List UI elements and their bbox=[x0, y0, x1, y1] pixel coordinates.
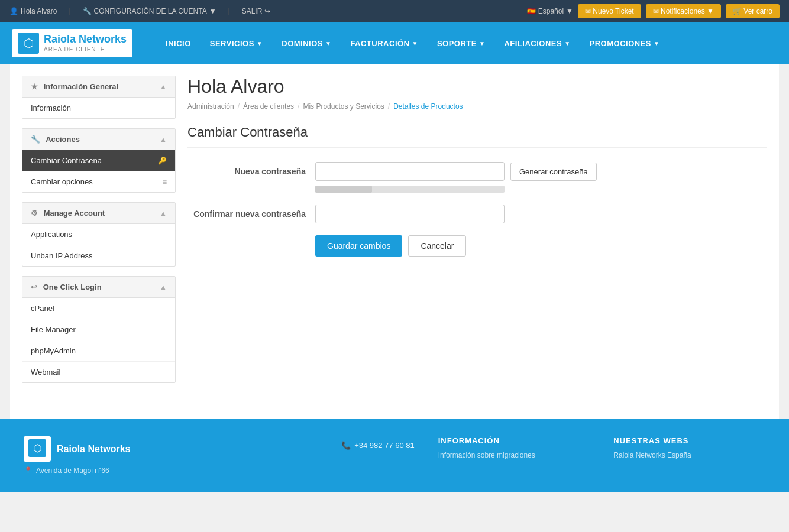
acciones-header-left: 🔧 Acciones bbox=[31, 135, 80, 144]
oneclick-chevron: ▲ bbox=[160, 283, 167, 291]
save-button[interactable]: Guardar cambios bbox=[315, 235, 402, 257]
config-link[interactable]: 🔧 CONFIGURACIÓN DE LA CUENTA ▼ bbox=[83, 7, 216, 15]
content-wrapper: ★ Información General ▲ Información 🔧 Ac… bbox=[10, 64, 779, 419]
footer-col2-title: NUESTRAS WEBS bbox=[613, 436, 765, 445]
file-manager-label: File Manager bbox=[31, 325, 76, 334]
notif-arrow: ▼ bbox=[707, 7, 714, 15]
divider1: | bbox=[69, 7, 70, 15]
footer-phone-section: 📞 +34 982 77 60 81 bbox=[341, 436, 415, 450]
footer-col2-link1[interactable]: Raiola Networks España bbox=[613, 451, 765, 459]
nav-dominios[interactable]: DOMINIOS ▼ bbox=[272, 22, 341, 64]
top-bar-left: 👤 Hola Alvaro | 🔧 CONFIGURACIÓN DE LA CU… bbox=[9, 7, 527, 15]
main-content: Hola Alvaro Administración / Área de cli… bbox=[187, 76, 767, 407]
confirm-password-input[interactable] bbox=[315, 205, 505, 223]
sidebar-item-cambiar-opciones[interactable]: Cambiar opciones ≡ bbox=[22, 171, 175, 192]
footer-logo-section: ⬡ Raiola Networks 📍 Avenida de Magoi nº6… bbox=[24, 436, 142, 475]
sidebar-item-unban-ip[interactable]: Unban IP Address bbox=[22, 245, 175, 266]
cambiar-opciones-label: Cambiar opciones bbox=[31, 177, 93, 186]
new-ticket-label: Nuevo Ticket bbox=[593, 7, 633, 15]
footer-address: 📍 Avenida de Magoi nº66 bbox=[24, 466, 142, 475]
nav-promociones[interactable]: PROMOCIONES ▼ bbox=[580, 22, 670, 64]
notifications-button[interactable]: ✉ Notificaciones ▼ bbox=[646, 4, 721, 18]
footer: ⬡ Raiola Networks 📍 Avenida de Magoi nº6… bbox=[0, 419, 789, 492]
sidebar-section-manage-header[interactable]: ⚙ Manage Account ▲ bbox=[22, 203, 175, 224]
breadcrumb-admin[interactable]: Administración bbox=[187, 102, 234, 111]
sidebar-item-phpmyadmin[interactable]: phpMyAdmin bbox=[22, 340, 175, 362]
manage-chevron: ▲ bbox=[160, 209, 167, 218]
phone-icon: 📞 bbox=[341, 441, 351, 450]
logout-label: SALIR bbox=[242, 7, 263, 15]
sidebar-item-file-manager[interactable]: File Manager bbox=[22, 319, 175, 340]
confirm-password-inputs bbox=[315, 205, 505, 223]
user-link[interactable]: 👤 Hola Alvaro bbox=[9, 7, 57, 15]
gear-icon: ⚙ bbox=[31, 209, 38, 218]
nav-facturacion[interactable]: FACTURACIÓN ▼ bbox=[341, 22, 428, 64]
star-icon: ★ bbox=[31, 82, 38, 91]
breadcrumb-area[interactable]: Área de clientes bbox=[243, 102, 294, 111]
servicios-arrow: ▼ bbox=[257, 40, 263, 47]
logo-main: Raiola Networks bbox=[44, 33, 127, 46]
new-password-label: Nueva contraseña bbox=[187, 162, 306, 176]
wrench-icon: 🔧 bbox=[31, 135, 40, 144]
sidebar-item-webmail[interactable]: Webmail bbox=[22, 362, 175, 382]
acciones-chevron: ▲ bbox=[160, 135, 167, 144]
change-password-form: Nueva contraseña Generar contraseña Conf… bbox=[187, 162, 767, 257]
cancel-button[interactable]: Cancelar bbox=[408, 235, 466, 257]
logo-area: ⬡ Raiola Networks Área de Cliente bbox=[12, 29, 132, 57]
nav-afiliaciones[interactable]: AFILIACIONES ▼ bbox=[494, 22, 580, 64]
footer-col-info: INFORMACIÓN Información sobre migracione… bbox=[438, 436, 590, 462]
sidebar-section-general-header[interactable]: ★ Información General ▲ bbox=[22, 76, 175, 98]
nav-servicios[interactable]: SERVICIOS ▼ bbox=[201, 22, 272, 64]
webmail-label: Webmail bbox=[31, 368, 60, 377]
sidebar: ★ Información General ▲ Información 🔧 Ac… bbox=[22, 76, 176, 407]
logo-sub: Área de Cliente bbox=[44, 46, 127, 53]
oneclick-header-left: ↩ One Click Login bbox=[31, 283, 102, 291]
confirm-password-group: Confirmar nueva contraseña bbox=[187, 205, 767, 223]
key-icon: 🔑 bbox=[158, 157, 167, 165]
new-password-input[interactable] bbox=[315, 162, 505, 181]
footer-col1-link1[interactable]: Información sobre migraciones bbox=[438, 451, 590, 459]
language-selector[interactable]: 🇪🇸 Español ▼ bbox=[527, 7, 573, 15]
sidebar-item-cpanel[interactable]: cPanel bbox=[22, 298, 175, 319]
top-bar: 👤 Hola Alvaro | 🔧 CONFIGURACIÓN DE LA CU… bbox=[0, 0, 789, 22]
divider2: | bbox=[228, 7, 230, 15]
breadcrumb-products[interactable]: Mis Productos y Servicios bbox=[303, 102, 384, 111]
applications-label: Applications bbox=[31, 230, 72, 239]
phpmyadmin-label: phpMyAdmin bbox=[31, 346, 76, 355]
sidebar-section-manage: ⚙ Manage Account ▲ Applications Unban IP… bbox=[22, 202, 176, 267]
informacion-label: Información bbox=[31, 103, 71, 112]
sidebar-section-oneclick-header[interactable]: ↩ One Click Login ▲ bbox=[22, 277, 175, 298]
logout-link[interactable]: SALIR ↪ bbox=[242, 7, 271, 15]
nav-inicio[interactable]: INICIO bbox=[156, 22, 201, 64]
cpanel-label: cPanel bbox=[31, 304, 54, 313]
dominios-arrow: ▼ bbox=[325, 40, 331, 47]
location-icon: 📍 bbox=[24, 466, 33, 475]
cart-button[interactable]: 🛒 Ver carro bbox=[726, 4, 780, 18]
nav-links: INICIO SERVICIOS ▼ DOMINIOS ▼ FACTURACIÓ… bbox=[156, 22, 777, 64]
form-actions: Guardar cambios Cancelar bbox=[315, 235, 767, 257]
footer-logo-icon: ⬡ bbox=[28, 439, 46, 457]
generate-password-button[interactable]: Generar contraseña bbox=[510, 163, 597, 181]
new-password-group: Nueva contraseña Generar contraseña bbox=[187, 162, 767, 193]
general-header-left: ★ Información General bbox=[31, 82, 118, 91]
footer-col-webs: NUESTRAS WEBS Raiola Networks España bbox=[613, 436, 765, 462]
sidebar-item-applications[interactable]: Applications bbox=[22, 224, 175, 245]
new-password-row: Generar contraseña bbox=[315, 162, 597, 181]
reply-icon: ↩ bbox=[31, 283, 37, 291]
breadcrumb-current: Detalles de Productos bbox=[393, 102, 463, 111]
footer-contact: 📞 +34 982 77 60 81 bbox=[341, 441, 415, 450]
footer-phone: +34 982 77 60 81 bbox=[354, 441, 415, 450]
afiliaciones-arrow: ▼ bbox=[564, 40, 570, 47]
flag-icon: 🇪🇸 bbox=[527, 7, 536, 15]
acciones-label: Acciones bbox=[46, 135, 80, 144]
sidebar-section-acciones-header[interactable]: 🔧 Acciones ▲ bbox=[22, 129, 175, 150]
new-ticket-button[interactable]: ✉ Nuevo Ticket bbox=[578, 4, 641, 18]
config-label: CONFIGURACIÓN DE LA CUENTA bbox=[94, 7, 207, 15]
sidebar-item-cambiar-contrasena[interactable]: Cambiar Contraseña 🔑 bbox=[22, 150, 175, 171]
sep3: / bbox=[388, 102, 390, 111]
footer-logo: ⬡ Raiola Networks bbox=[24, 436, 130, 462]
main-nav: ⬡ Raiola Networks Área de Cliente INICIO… bbox=[0, 22, 789, 64]
general-chevron: ▲ bbox=[160, 83, 167, 91]
sidebar-item-informacion[interactable]: Información bbox=[22, 98, 175, 118]
nav-soporte[interactable]: SOPORTE ▼ bbox=[428, 22, 494, 64]
